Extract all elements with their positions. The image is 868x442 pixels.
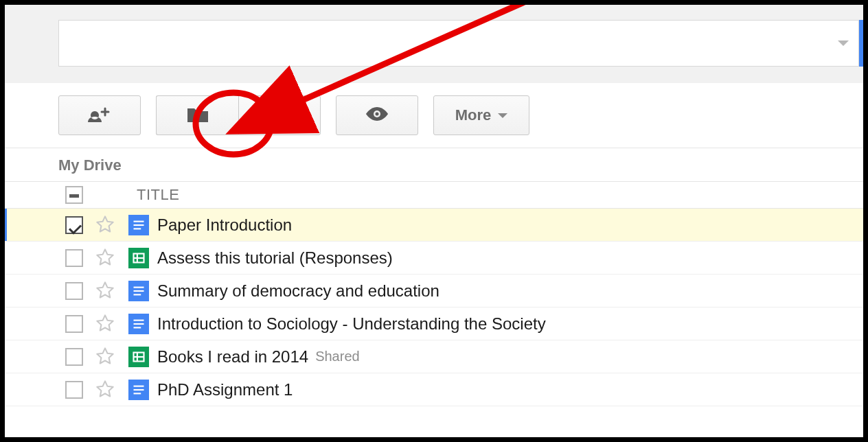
shared-badge: Shared [315,349,360,364]
search-input[interactable] [58,20,859,67]
file-title[interactable]: Assess this tutorial (Responses) [157,248,393,268]
docs-file-icon [128,314,149,334]
move-to-folder-button[interactable] [156,95,238,135]
table-row[interactable]: PhD Assignment 1 [5,373,863,406]
person-add-icon [88,104,111,126]
file-list: Paper IntroductionAssess this tutorial (… [5,209,863,406]
column-header-title[interactable]: TITLE [137,186,179,204]
share-button[interactable] [58,95,141,135]
docs-file-icon [128,215,149,235]
star-icon[interactable] [95,314,116,334]
breadcrumb[interactable]: My Drive [5,148,863,181]
row-checkbox[interactable] [65,249,83,267]
star-icon[interactable] [95,281,116,301]
row-checkbox[interactable] [65,381,83,399]
star-icon[interactable] [95,347,116,367]
star-icon[interactable] [95,380,116,400]
row-checkbox[interactable] [65,216,83,234]
docs-file-icon [128,281,149,301]
file-title[interactable]: PhD Assignment 1 [157,380,293,399]
search-bar-area [5,5,863,83]
list-header: TITLE [5,181,863,209]
sheets-file-icon [128,347,149,367]
row-checkbox[interactable] [65,315,83,333]
select-all-checkbox[interactable] [65,186,83,204]
star-icon[interactable] [95,215,116,235]
file-title[interactable]: Introduction to Sociology - Understandin… [157,314,546,334]
organize-group [156,95,321,135]
search-options-dropdown-icon[interactable] [838,40,849,46]
delete-button[interactable] [238,95,321,135]
docs-file-icon [128,380,149,400]
row-checkbox[interactable] [65,282,83,300]
sheets-file-icon [128,248,149,268]
trash-icon [271,104,288,127]
chevron-down-icon [498,113,507,118]
table-row[interactable]: Summary of democracy and education [5,275,863,307]
svg-point-2 [376,113,379,116]
star-icon[interactable] [95,248,116,268]
more-button[interactable]: More [433,95,529,135]
preview-button[interactable] [336,95,418,135]
row-checkbox[interactable] [65,348,83,366]
file-title[interactable]: Paper Introduction [157,216,292,235]
table-row[interactable]: Paper Introduction [5,209,863,242]
table-row[interactable]: Introduction to Sociology - Understandin… [5,307,863,340]
search-submit-sliver[interactable] [859,20,863,67]
file-title[interactable]: Summary of democracy and education [157,281,439,301]
table-row[interactable]: Books I read in 2014Shared [5,340,863,373]
table-row[interactable]: Assess this tutorial (Responses) [5,242,863,275]
more-label: More [455,106,492,124]
file-title[interactable]: Books I read in 2014 [157,347,308,367]
folder-icon [186,104,209,126]
action-toolbar: More [5,83,863,148]
svg-rect-0 [272,108,287,110]
eye-icon [365,106,389,125]
